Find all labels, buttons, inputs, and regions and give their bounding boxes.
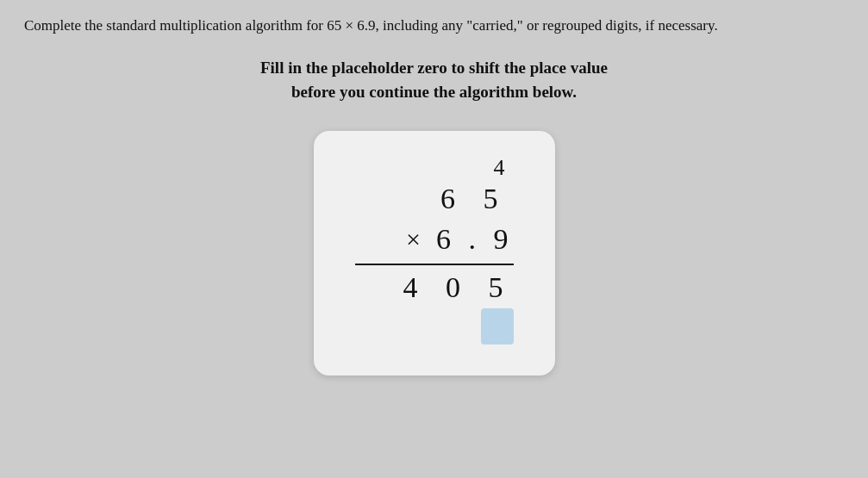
math-card: 4 6 5 × 6 . 9 4 0 5	[314, 131, 555, 376]
carry-digit: 4	[494, 155, 507, 180]
divider-line	[355, 264, 514, 265]
carry-row: 4	[355, 155, 514, 183]
multiplier-number: 6 . 9	[436, 223, 514, 256]
bold-line-2: before you continue the algorithm below.	[24, 80, 844, 105]
placeholder-input[interactable]	[481, 308, 514, 345]
math-inner: 4 6 5 × 6 . 9 4 0 5	[355, 155, 514, 345]
times-symbol: ×	[406, 225, 421, 254]
top-number: 6 5	[440, 183, 514, 220]
bold-line-1: Fill in the placeholder zero to shift th…	[24, 56, 844, 81]
multiplier-row: × 6 . 9	[406, 220, 513, 258]
bold-instruction: Fill in the placeholder zero to shift th…	[24, 56, 844, 105]
result-digits: 4 0 5	[403, 271, 514, 304]
main-instruction: Complete the standard multiplication alg…	[24, 16, 844, 37]
result-row: 4 0 5	[403, 269, 514, 307]
card-container: 4 6 5 × 6 . 9 4 0 5	[24, 131, 844, 376]
page-container: Complete the standard multiplication alg…	[0, 0, 868, 478]
